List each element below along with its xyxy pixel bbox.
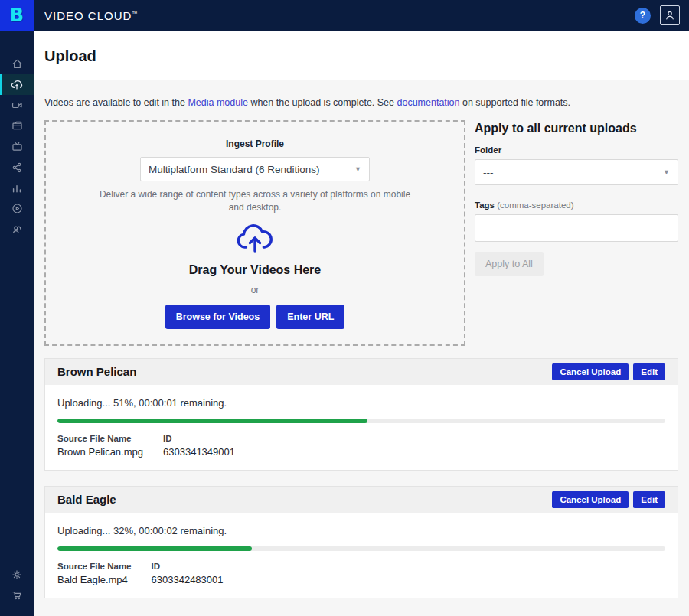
video-dropzone[interactable]: Ingest Profile Multiplatform Standard (6… [44, 120, 465, 346]
page-title: Upload [44, 47, 678, 65]
upload-status: Uploading... 51%, 00:00:01 remaining. [57, 397, 665, 409]
tags-hint: (comma-separated) [497, 200, 573, 210]
file-name-header: Source File Name [57, 434, 163, 446]
camera-icon [11, 99, 24, 112]
share-icon [11, 161, 23, 174]
top-bar: B VIDEO CLOUD™ ? [0, 0, 689, 31]
home-icon [11, 57, 24, 70]
title-band: Upload [34, 31, 689, 80]
browse-for-videos-button[interactable]: Browse for Videos [165, 305, 271, 329]
upload-card-bald-eagle: Bald Eagle Cancel Upload Edit Uploading.… [44, 486, 678, 598]
progress-fill [57, 546, 252, 551]
upload-title: Bald Eagle [57, 493, 116, 506]
sidebar-bottom-group [0, 564, 34, 616]
upload-cloud-icon [10, 78, 24, 92]
brightcove-logo-letter: B [10, 5, 24, 26]
folder-select[interactable]: --- ▼ [475, 159, 678, 185]
folder-label: Folder [475, 145, 678, 155]
upload-notice: Videos are available to edit in the Medi… [44, 80, 678, 108]
trademark: ™ [132, 11, 137, 16]
id-value: 6303342483001 [152, 574, 243, 585]
audience-icon [11, 223, 24, 236]
sidebar-item-social[interactable] [0, 157, 34, 178]
help-button[interactable]: ? [635, 8, 651, 24]
cloud-upload-icon [235, 223, 275, 254]
content-area: Videos are available to edit in the Medi… [34, 80, 689, 616]
person-icon [664, 9, 676, 21]
drag-videos-title: Drag Your Videos Here [61, 263, 449, 277]
play-circle-icon [11, 202, 24, 215]
ingest-profile-help: Deliver a wide range of content types ac… [98, 188, 412, 214]
file-info-table: Source File Name ID Bald Eagle.mp4 63033… [57, 562, 243, 585]
file-name-value: Brown Pelican.mpg [57, 446, 163, 458]
cart-icon [11, 589, 23, 601]
sidebar-item-live[interactable] [0, 95, 34, 116]
sidebar-item-analytics[interactable] [0, 178, 34, 198]
account-button[interactable] [660, 5, 680, 25]
edit-button[interactable]: Edit [633, 491, 665, 508]
upload-status: Uploading... 32%, 00:00:02 remaining. [57, 525, 665, 536]
cancel-upload-button[interactable]: Cancel Upload [552, 363, 629, 380]
tags-input[interactable] [475, 214, 678, 242]
sidebar-nav [0, 31, 34, 616]
edit-button[interactable]: Edit [633, 363, 665, 380]
upload-card-brown-pelican: Brown Pelican Cancel Upload Edit Uploadi… [44, 358, 678, 471]
cancel-upload-button[interactable]: Cancel Upload [552, 491, 629, 508]
sidebar-item-home[interactable] [0, 54, 34, 74]
apply-panel-title: Apply to all current uploads [475, 122, 678, 135]
ingest-profile-select[interactable]: Multiplatform Standard (6 Renditions) ▼ [140, 157, 370, 181]
apply-to-all-panel: Apply to all current uploads Folder --- … [475, 120, 678, 276]
product-name: VIDEO CLOUD™ [44, 9, 137, 22]
upload-title: Brown Pelican [57, 365, 136, 378]
question-mark-icon: ? [640, 10, 645, 21]
sidebar-item-tv[interactable] [0, 136, 34, 157]
tv-icon [11, 140, 24, 153]
sidebar-item-players[interactable] [0, 198, 34, 219]
sidebar-item-upload[interactable] [0, 74, 34, 95]
tags-label: Tags (comma-separated) [475, 200, 678, 210]
apply-to-all-button[interactable]: Apply to All [475, 252, 544, 276]
id-header: ID [163, 434, 255, 446]
file-name-header: Source File Name [57, 562, 152, 574]
chevron-down-icon: ▼ [663, 168, 670, 176]
enter-url-button[interactable]: Enter URL [276, 305, 344, 329]
sidebar-item-settings[interactable] [0, 564, 34, 585]
progress-bar [57, 419, 665, 423]
or-divider: or [61, 285, 449, 295]
sidebar-item-marketplace[interactable] [0, 585, 34, 605]
file-name-value: Bald Eagle.mp4 [57, 574, 152, 585]
sidebar-item-audience[interactable] [0, 219, 34, 240]
id-value: 6303341349001 [163, 446, 255, 458]
file-info-table: Source File Name ID Brown Pelican.mpg 63… [57, 434, 255, 458]
progress-fill [57, 419, 367, 423]
folder-select-value: --- [483, 167, 494, 178]
analytics-icon [11, 182, 23, 194]
media-box-icon [11, 119, 24, 132]
sidebar-item-media[interactable] [0, 116, 34, 136]
ingest-profile-label: Ingest Profile [61, 139, 449, 149]
id-header: ID [152, 562, 243, 574]
upload-card-header: Brown Pelican Cancel Upload Edit [45, 359, 678, 385]
upload-card-header: Bald Eagle Cancel Upload Edit [45, 487, 678, 513]
ingest-profile-value: Multiplatform Standard (6 Renditions) [149, 164, 320, 175]
media-module-link[interactable]: Media module [188, 97, 248, 108]
documentation-link[interactable]: documentation [397, 97, 460, 108]
brightcove-logo[interactable]: B [0, 0, 34, 31]
chevron-down-icon: ▼ [354, 165, 361, 173]
gear-icon [11, 569, 23, 581]
progress-bar [57, 546, 665, 551]
